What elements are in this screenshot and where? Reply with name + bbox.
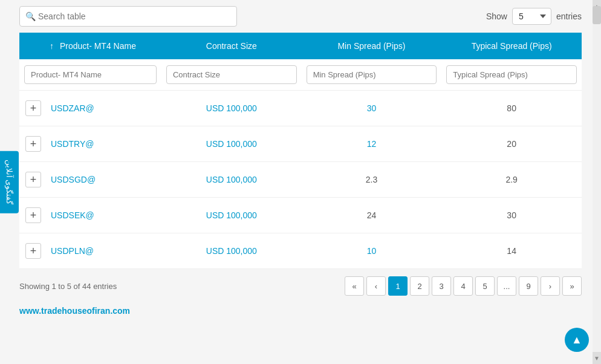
top-controls: 🔍 Show 5 10 25 50 entries — [19, 6, 582, 27]
search-wrapper: 🔍 — [19, 6, 237, 27]
pagination-prev-button[interactable]: ‹ — [366, 276, 386, 296]
search-input[interactable] — [19, 6, 237, 27]
filter-cell-contract — [161, 59, 302, 91]
table-row: + USDSEK@ USD 100,000 24 30 — [19, 198, 582, 233]
pagination-controls: «‹12345...9›» — [345, 276, 582, 296]
show-controls: Show 5 10 25 50 entries — [486, 8, 582, 25]
table-row: + USDTRY@ USD 100,000 12 20 — [19, 126, 582, 162]
pagination-page-1[interactable]: 1 — [388, 276, 408, 296]
col-header-product[interactable]: ↑ Product- MT4 Name — [19, 33, 161, 59]
pagination-page-4[interactable]: 4 — [453, 276, 473, 296]
pagination-page-5[interactable]: 5 — [475, 276, 495, 296]
pagination-last-button[interactable]: » — [562, 276, 582, 296]
footer-link[interactable]: www.tradehouseofiran.com — [19, 306, 130, 316]
sort-up-icon: ↑ — [50, 41, 54, 51]
product-name: USDSGD@ — [51, 175, 96, 184]
cell-min-spread: 24 — [302, 198, 442, 233]
filter-cell-typical-spread — [441, 59, 582, 91]
cell-product: + USDSGD@ — [19, 162, 161, 198]
cell-min-spread: 30 — [302, 91, 442, 126]
expand-button[interactable]: + — [25, 207, 41, 223]
cell-typical-spread: 2.9 — [441, 162, 582, 198]
filter-product-input[interactable] — [24, 65, 157, 84]
table-row: + USDPLN@ USD 100,000 10 14 — [19, 233, 582, 269]
entries-select[interactable]: 5 10 25 50 — [512, 8, 551, 25]
filter-cell-min-spread — [302, 59, 442, 91]
filter-contract-input[interactable] — [166, 65, 297, 84]
pagination-page-3[interactable]: 3 — [432, 276, 451, 296]
search-icon: 🔍 — [25, 11, 36, 21]
col-header-min-spread[interactable]: Min Spread (Pips) — [302, 33, 442, 59]
cell-typical-spread: 30 — [441, 198, 582, 233]
cell-contract-size: USD 100,000 — [161, 198, 302, 233]
scrollbar-thumb[interactable] — [593, 6, 601, 24]
col-header-contract[interactable]: Contract Size — [161, 33, 302, 59]
product-name: USDSEK@ — [51, 210, 94, 220]
scrollbar-arrow-down[interactable]: ▼ — [593, 352, 601, 364]
product-name: USDZAR@ — [51, 103, 94, 113]
cell-product: + USDSEK@ — [19, 198, 161, 233]
pagination-next-button[interactable]: › — [541, 276, 560, 296]
filter-cell-product — [19, 59, 161, 91]
cell-min-spread: 2.3 — [302, 162, 442, 198]
cell-typical-spread: 20 — [441, 126, 582, 162]
cell-min-spread: 12 — [302, 126, 442, 162]
scrollbar-track: ▲ ▼ — [593, 0, 601, 364]
scroll-to-top-button[interactable]: ▲ — [565, 328, 589, 352]
pagination-row: Showing 1 to 5 of 44 entries «‹12345...9… — [19, 269, 582, 303]
table-header-row: ↑ Product- MT4 Name Contract Size Min Sp… — [19, 33, 582, 59]
chevron-up-icon: ▲ — [571, 334, 582, 346]
product-name: USDPLN@ — [51, 246, 94, 256]
showing-text: Showing 1 to 5 of 44 entries — [19, 282, 117, 291]
cell-contract-size: USD 100,000 — [161, 91, 302, 126]
cell-product: + USDPLN@ — [19, 233, 161, 269]
cell-typical-spread: 80 — [441, 91, 582, 126]
pagination-page-2[interactable]: 2 — [410, 276, 429, 296]
table-row: + USDSGD@ USD 100,000 2.3 2.9 — [19, 162, 582, 198]
side-chat-button[interactable]: گفتگوی آنلاین — [0, 151, 19, 213]
data-table: ↑ Product- MT4 Name Contract Size Min Sp… — [19, 33, 582, 269]
expand-button[interactable]: + — [25, 172, 41, 187]
pagination-ellipsis[interactable]: ... — [497, 276, 516, 296]
cell-contract-size: USD 100,000 — [161, 126, 302, 162]
col-header-typical-spread[interactable]: Typical Spread (Pips) — [441, 33, 582, 59]
filter-typical-spread-input[interactable] — [446, 65, 577, 84]
cell-contract-size: USD 100,000 — [161, 233, 302, 269]
table-row: + USDZAR@ USD 100,000 30 80 — [19, 91, 582, 126]
expand-button[interactable]: + — [25, 100, 41, 116]
expand-button[interactable]: + — [25, 243, 41, 259]
filter-min-spread-input[interactable] — [307, 65, 437, 84]
cell-min-spread: 10 — [302, 233, 442, 269]
show-label: Show — [486, 11, 507, 21]
product-name: USDTRY@ — [51, 139, 94, 149]
expand-button[interactable]: + — [25, 136, 41, 152]
footer: www.tradehouseofiran.com — [19, 303, 582, 319]
pagination-page-9[interactable]: 9 — [519, 276, 538, 296]
cell-product: + USDZAR@ — [19, 91, 161, 126]
filter-row — [19, 59, 582, 91]
cell-contract-size: USD 100,000 — [161, 162, 302, 198]
entries-label: entries — [556, 11, 582, 21]
cell-product: + USDTRY@ — [19, 126, 161, 162]
cell-typical-spread: 14 — [441, 233, 582, 269]
pagination-first-button[interactable]: « — [345, 276, 364, 296]
